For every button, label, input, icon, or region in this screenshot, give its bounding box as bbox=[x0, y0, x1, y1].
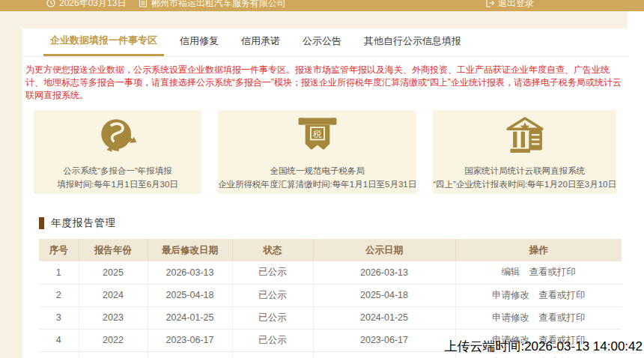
date-text: 2026年03月13日 bbox=[59, 0, 126, 11]
table-cell: 2026-03-13 bbox=[148, 261, 232, 284]
table-cell: 4 bbox=[39, 329, 79, 351]
company-text: 郴州市福运出租汽车服务有限公司 bbox=[151, 0, 286, 11]
tab-enterprise-data-zone[interactable]: 企业数据填报一件事专区 bbox=[43, 34, 164, 56]
op-link[interactable]: 申请修改 bbox=[492, 290, 529, 300]
table-cell: 2 bbox=[39, 284, 79, 306]
op-link[interactable]: 查看或打印 bbox=[529, 267, 577, 277]
col-publish-date: 公示日期 bbox=[313, 239, 455, 261]
card-title: 全国统一规范电子税务局 bbox=[270, 164, 365, 178]
table-cell: 2024-06-29 bbox=[313, 351, 455, 358]
logout-button[interactable]: 退出登录 bbox=[485, 0, 534, 11]
info-cards: 公示系统“多报合一”年报填报 填报时间:每年1月1日至6月30日 税 全国统一规… bbox=[34, 110, 616, 194]
notice-text: 为更方便您报送企业数据，公示系统设置企业数据填报一件事专区。报送市场监管年报以及… bbox=[25, 64, 625, 102]
op-link[interactable]: 编辑 bbox=[502, 267, 520, 277]
tab-credit-repair[interactable]: 信用修复 bbox=[173, 34, 225, 56]
ops-cell: 申请修改查看或打印 bbox=[455, 284, 622, 306]
table-cell: 2021 bbox=[79, 351, 148, 358]
col-status: 状态 bbox=[232, 239, 313, 261]
card-etax[interactable]: 税 全国统一规范电子税务局 企业所得税年度汇算清缴时间:每年1月1日至5月31日 bbox=[218, 110, 416, 194]
ops-cell: 编辑查看或打印 bbox=[455, 261, 622, 284]
table-header: 序号 报告年份 最后修改日期 状态 公示日期 操作 bbox=[39, 239, 622, 261]
table-cell: 已公示 bbox=[232, 284, 313, 306]
table-cell: 2025-04-18 bbox=[148, 284, 232, 306]
top-bar: 2026年03月13日 郴州市福运出租汽车服务有限公司 退出登录 bbox=[0, 0, 644, 11]
company-name: 郴州市福运出租汽车服务有限公司 bbox=[139, 0, 286, 11]
upload-cloud-timestamp: 上传云端时间:2026-03-13 14:00:42 bbox=[444, 338, 643, 355]
tax-icon: 税 bbox=[296, 113, 339, 158]
section-bar-icon bbox=[39, 217, 44, 229]
bank-icon bbox=[502, 113, 547, 158]
tab-bar: 企业数据填报一件事专区 信用修复 信用承诺 公示公告 其他自行公示信息填报 bbox=[22, 28, 628, 57]
table-cell: 1 bbox=[39, 261, 79, 284]
table-cell: 2024-01-25 bbox=[148, 306, 232, 329]
table-cell: 2025 bbox=[79, 261, 148, 284]
table-cell: 2022 bbox=[79, 329, 148, 351]
table-row: 220242025-04-18已公示2025-04-18申请修改查看或打印 bbox=[39, 284, 622, 306]
current-date: 2026年03月13日 bbox=[46, 0, 126, 11]
section-title: 年度报告管理 bbox=[51, 216, 116, 230]
card-stats-direct-report[interactable]: 国家统计局统计云联网直报系统 “四上”企业统计报表时间:每年1月20日至3月10… bbox=[433, 110, 616, 194]
card-subtitle: 填报时间:每年1月1日至6月30日 bbox=[57, 178, 178, 191]
svg-text:税: 税 bbox=[312, 129, 322, 139]
op-link[interactable]: 查看或打印 bbox=[538, 312, 586, 323]
tab-other-self-disclosure[interactable]: 其他自行公示信息填报 bbox=[357, 34, 468, 56]
ops-cell: 申请修改查看或打印 bbox=[455, 306, 622, 329]
card-subtitle: 企业所得税年度汇算清缴时间:每年1月1日至5月31日 bbox=[218, 178, 416, 191]
table-cell: 3 bbox=[39, 306, 79, 329]
tab-credit-commitment[interactable]: 信用承诺 bbox=[234, 34, 287, 56]
col-actions: 操作 bbox=[455, 239, 622, 261]
logout-label: 退出登录 bbox=[498, 0, 534, 11]
col-report-year: 报告年份 bbox=[79, 239, 148, 261]
table-cell: 已公示 bbox=[232, 351, 313, 358]
table-row: 120252026-03-13已公示2026-03-13编辑查看或打印 bbox=[39, 261, 622, 284]
table-cell: 2023 bbox=[79, 306, 148, 329]
table-cell: 2024 bbox=[79, 284, 148, 306]
table-cell: 已公示 bbox=[232, 261, 313, 284]
card-multi-report[interactable]: 公示系统“多报合一”年报填报 填报时间:每年1月1日至6月30日 bbox=[34, 110, 201, 194]
document-icon bbox=[139, 0, 148, 7]
op-link[interactable]: 申请修改 bbox=[492, 312, 529, 323]
table-cell: 已公示 bbox=[232, 306, 313, 329]
clock-icon bbox=[46, 0, 55, 7]
card-title: 公示系统“多报合一”年报填报 bbox=[63, 164, 172, 178]
col-last-modified: 最后修改日期 bbox=[148, 239, 232, 261]
table-cell: 5 bbox=[39, 351, 79, 358]
table-cell: 2024-01-25 bbox=[313, 306, 455, 329]
op-link[interactable]: 查看或打印 bbox=[538, 290, 586, 300]
tab-public-announcement[interactable]: 公示公告 bbox=[296, 34, 348, 56]
right-gutter bbox=[628, 11, 644, 358]
col-index: 序号 bbox=[39, 239, 79, 261]
table-cell: 2026-03-13 bbox=[313, 261, 455, 284]
globe-sync-icon bbox=[96, 113, 139, 158]
main-content: 企业数据填报一件事专区 信用修复 信用承诺 公示公告 其他自行公示信息填报 为更… bbox=[22, 28, 628, 358]
card-title: 国家统计局统计云联网直报系统 bbox=[464, 164, 585, 178]
table-cell: 已公示 bbox=[232, 329, 313, 351]
card-subtitle: “四上”企业统计报表时间:每年1月20日至3月10日 bbox=[433, 178, 616, 191]
table-cell: 2024-06-29 bbox=[148, 351, 232, 358]
table-cell: 2025-04-18 bbox=[313, 284, 455, 306]
table-row: 320232024-01-25已公示2024-01-25申请修改查看或打印 bbox=[39, 306, 622, 329]
table-cell: 2023-06-17 bbox=[148, 329, 232, 351]
section-header: 年度报告管理 bbox=[39, 216, 628, 230]
logout-icon bbox=[485, 0, 494, 7]
table-cell: 2023-06-17 bbox=[313, 329, 455, 351]
